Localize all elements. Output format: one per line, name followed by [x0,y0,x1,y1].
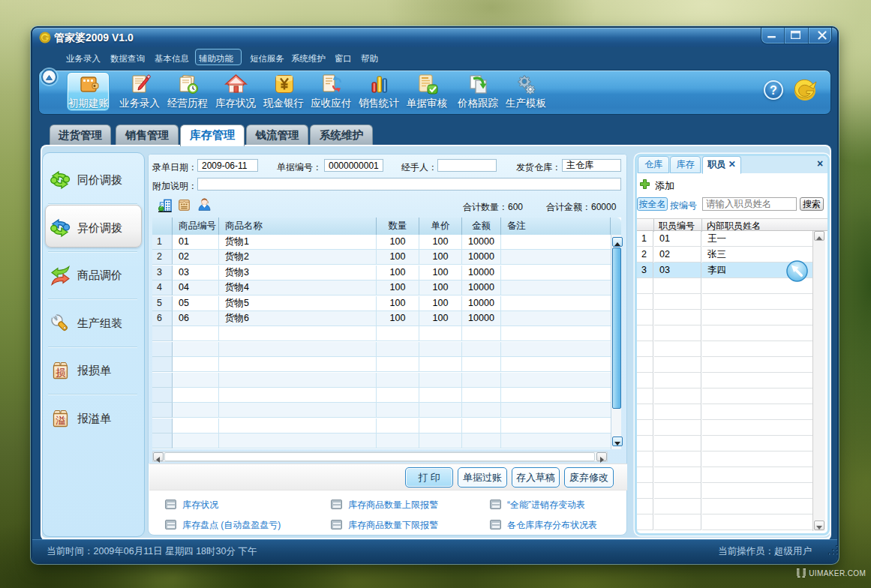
svg-text:损: 损 [56,367,65,378]
svg-text:溢: 溢 [56,414,65,425]
